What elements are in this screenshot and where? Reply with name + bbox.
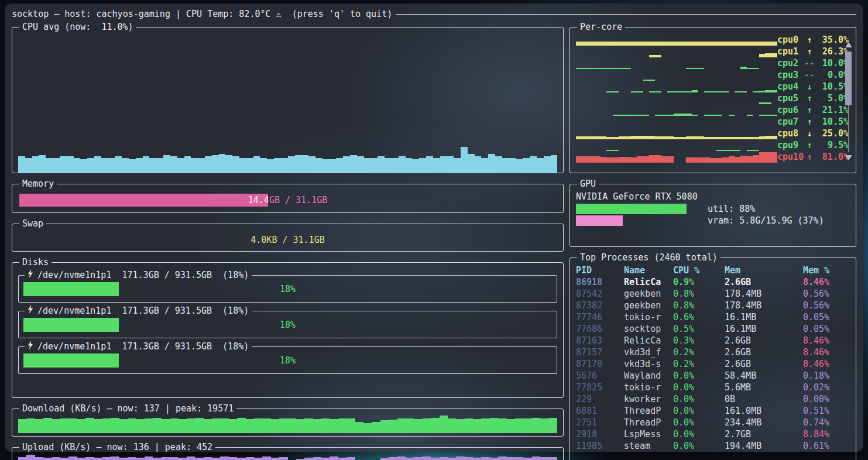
percore-sparkline — [576, 46, 777, 57]
spark-bar — [343, 156, 350, 173]
spark-bar — [212, 418, 220, 433]
core-name: cpu4 — [777, 81, 804, 92]
process-name: kworker — [624, 393, 673, 405]
percore-row-cpu4: cpu4↓10.5% — [576, 81, 850, 92]
spark-bar — [448, 418, 456, 433]
spark-bar — [576, 156, 582, 163]
process-name: RelicCa — [624, 276, 673, 288]
spark-bar — [692, 157, 698, 163]
spark-bar — [540, 457, 548, 460]
spark-bar — [136, 158, 143, 173]
process-mem-percent: 0.05% — [803, 311, 850, 323]
spark-bar — [129, 159, 136, 173]
spark-bar — [178, 419, 186, 433]
process-mem-percent: 8.84% — [803, 428, 850, 440]
spark-bar — [549, 418, 557, 433]
spark-bar — [68, 456, 77, 460]
percore-label: cpu2--10.0% — [777, 57, 850, 69]
spark-bar — [426, 156, 433, 173]
socktop-terminal-window: socktop — host: cachyos-gaming | CPU Tem… — [5, 4, 863, 452]
process-cpu-percent: 0.2% — [673, 346, 725, 358]
spark-bar — [35, 419, 43, 433]
trend-flat-icon: -- — [804, 69, 815, 81]
trend-up-icon: ↑ — [804, 139, 815, 151]
spark-bar — [357, 156, 364, 173]
process-column-header: CPU % — [673, 265, 725, 276]
spark-bar — [532, 418, 540, 433]
spark-bar — [433, 158, 440, 173]
disk-item-0: /dev/nvme1n1p1 171.3GB / 931.5GB (18%)18… — [18, 269, 557, 303]
disk-gauge-label: 18% — [23, 318, 552, 332]
spark-bar — [355, 422, 363, 433]
process-name: Wayland — [624, 370, 673, 382]
spark-bar — [674, 42, 680, 46]
percore-label: cpu9↑9.5% — [777, 139, 850, 151]
upload-panel: Upload (KB/s) — now: 136 | peak: 452 — [12, 441, 564, 460]
process-pid: 2918 — [576, 428, 624, 440]
spark-bar — [187, 456, 195, 460]
gpu-panel: GPU NVIDIA GeForce RTX 5080 util: 88% vr… — [569, 178, 856, 247]
spark-bar — [288, 156, 295, 173]
process-pid: 77825 — [576, 382, 624, 393]
process-column-header: Name — [624, 265, 673, 276]
percore-label: cpu6↑21.1% — [777, 104, 850, 116]
spark-bar — [67, 156, 74, 173]
spark-bar — [237, 418, 245, 433]
core-name: cpu9 — [777, 139, 804, 151]
process-cpu-percent: 0.9% — [673, 276, 725, 288]
spark-bar — [406, 418, 414, 433]
percore-scrollbar[interactable] — [845, 42, 853, 160]
process-pid: 77686 — [576, 323, 624, 335]
spark-bar — [195, 458, 203, 460]
disk-item-title: /dev/nvme1n1p1 171.3GB / 931.5GB (18%) — [25, 269, 252, 281]
spark-bar — [516, 159, 523, 173]
spark-bar — [119, 419, 128, 433]
upload-panel-title: Upload (KB/s) — now: 136 | peak: 452 — [19, 441, 215, 453]
spark-bar — [296, 419, 304, 433]
percore-sparkline — [576, 92, 777, 104]
gpu-util-bar-fill — [576, 204, 687, 214]
spark-bar — [716, 42, 722, 46]
spark-bar — [468, 154, 475, 173]
swap-gauge: 4.0KB / 31.1GB — [19, 234, 556, 246]
core-percent: 0.0% — [815, 69, 849, 81]
spark-bar — [530, 156, 537, 173]
spark-bar — [423, 418, 431, 433]
percore-row-cpu8: cpu8↓25.0% — [576, 128, 850, 139]
spark-bar — [722, 157, 728, 163]
spark-bar — [145, 456, 153, 460]
spark-bar — [704, 42, 710, 46]
process-cpu-percent: 0.6% — [673, 311, 725, 323]
gpu-vram-label: vram: 5.8G/15.9G (37%) — [702, 215, 824, 226]
trend-flat-icon: -- — [804, 57, 815, 69]
disk-item-1: /dev/nvme1n1p1 171.3GB / 931.5GB (18%)18… — [18, 305, 557, 338]
download-sparkline — [18, 416, 557, 433]
spark-bar — [643, 156, 649, 163]
percore-row-cpu5: cpu5↑5.0% — [576, 92, 850, 104]
disk-gauge-label: 18% — [23, 353, 552, 368]
spark-bar — [507, 419, 515, 433]
spark-bar — [212, 155, 219, 173]
spark-bar — [94, 156, 101, 173]
spark-bar — [661, 156, 667, 163]
spark-bar — [637, 42, 643, 46]
spark-bar — [372, 422, 380, 433]
process-mem: 194.4MB — [725, 440, 803, 452]
spark-bar — [85, 418, 94, 433]
spark-bar — [313, 419, 321, 433]
process-column-header: Mem — [725, 265, 803, 276]
process-mem-percent: 0.02% — [803, 382, 850, 393]
process-name: ThreadP — [624, 405, 673, 417]
spark-bar — [465, 418, 473, 433]
spark-bar — [481, 457, 489, 460]
spark-bar — [488, 154, 495, 173]
spark-bar — [667, 156, 673, 163]
spark-bar — [606, 157, 612, 163]
scrollbar-thumb[interactable] — [845, 52, 852, 105]
percore-label: cpu8↓25.0% — [777, 128, 850, 139]
process-mem: 16.1MB — [725, 311, 803, 323]
spark-bar — [613, 157, 619, 163]
scrollbar-down-arrow-icon[interactable] — [845, 155, 852, 160]
scrollbar-up-arrow-icon[interactable] — [845, 42, 852, 47]
process-cpu-percent: 0.2% — [673, 358, 725, 370]
